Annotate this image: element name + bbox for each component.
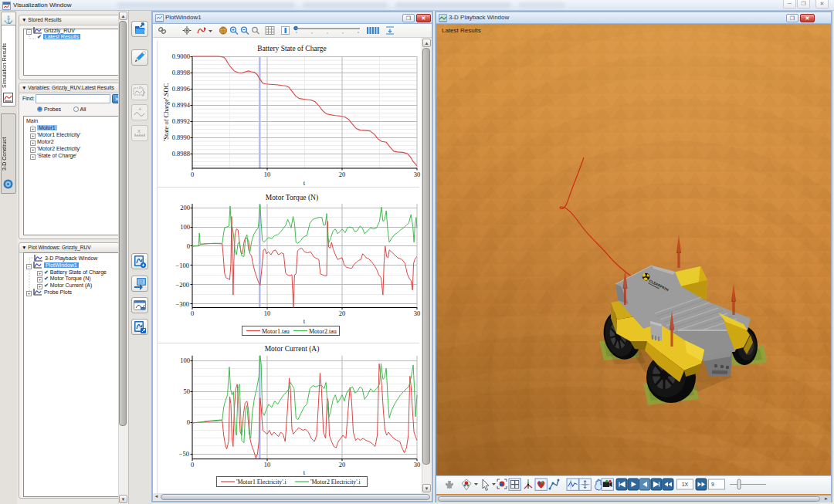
svg-text:'Motor1 Electricity'.i: 'Motor1 Electricity'.i (236, 479, 287, 485)
svg-text:20: 20 (339, 461, 346, 468)
svg-text:0.9000: 0.9000 (172, 52, 190, 60)
svg-text:0.8998: 0.8998 (172, 69, 190, 76)
svg-text:x: x (137, 127, 141, 134)
svg-text:Motor1.tau: Motor1.tau (262, 328, 290, 335)
svg-text:30: 30 (414, 310, 421, 317)
svg-text:10: 10 (264, 461, 271, 468)
svg-text:0.8988: 0.8988 (172, 150, 190, 157)
svg-text:30: 30 (414, 461, 421, 468)
svg-text:Motor Torque (N): Motor Torque (N) (266, 194, 318, 202)
svg-text:0: 0 (191, 171, 194, 178)
svg-text:20: 20 (339, 310, 346, 317)
svg-text:200: 200 (180, 204, 190, 211)
svg-text:9: 9 (711, 482, 714, 487)
svg-text:Motor Current (A): Motor Current (A) (265, 345, 320, 353)
svg-text:+: + (139, 85, 142, 89)
svg-text:30: 30 (414, 171, 421, 178)
svg-text:0.8990: 0.8990 (172, 134, 190, 141)
svg-text:−50: −50 (179, 450, 189, 458)
svg-text:1X: 1X (682, 482, 689, 487)
svg-text:'State of Charge'.SOC: 'State of Charge'.SOC (162, 83, 170, 140)
svg-text:0: 0 (187, 418, 190, 426)
svg-text:100: 100 (180, 223, 190, 231)
svg-text:10: 10 (264, 171, 271, 178)
svg-text:−200: −200 (175, 281, 189, 289)
svg-text:0: 0 (187, 242, 190, 250)
svg-text:+: + (138, 106, 142, 113)
svg-text:0.8992: 0.8992 (172, 117, 190, 125)
svg-text:'Motor2 Electricity'.i: 'Motor2 Electricity'.i (310, 479, 361, 485)
svg-text:0: 0 (191, 461, 194, 468)
svg-text:0.8994: 0.8994 (172, 101, 191, 109)
svg-text:100: 100 (180, 357, 190, 364)
svg-text:10: 10 (264, 310, 271, 317)
svg-text:Battery State of Charge: Battery State of Charge (257, 45, 326, 52)
svg-text:0: 0 (191, 310, 194, 317)
svg-text:50: 50 (184, 387, 191, 395)
svg-text:20: 20 (339, 171, 346, 178)
svg-text:0.8996: 0.8996 (172, 85, 190, 93)
svg-text:Motor2.tau: Motor2.tau (309, 328, 337, 335)
svg-text:−300: −300 (175, 300, 189, 308)
svg-text:−100: −100 (175, 262, 189, 269)
